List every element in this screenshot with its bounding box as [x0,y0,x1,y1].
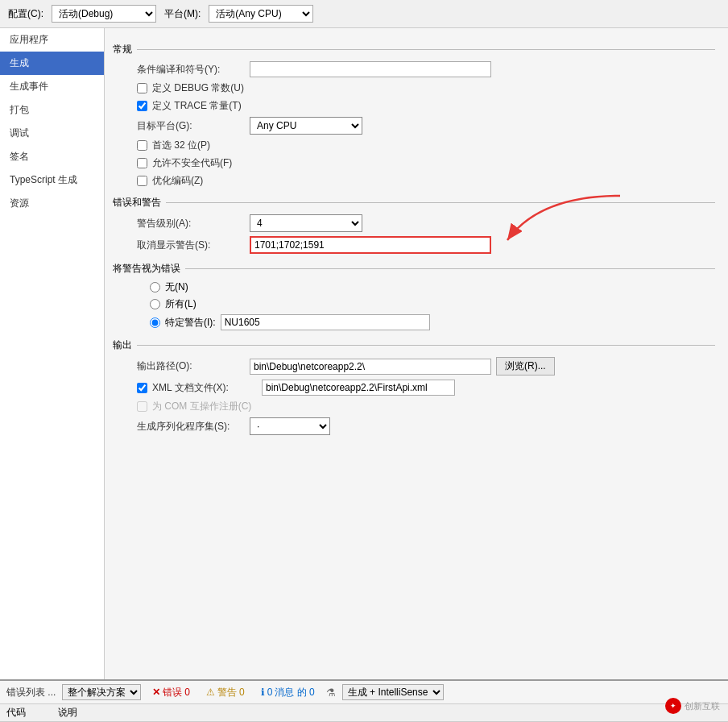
radio-specific[interactable] [150,317,160,328]
config-select[interactable]: 活动(Debug) [52,5,156,23]
sidebar-item-app[interactable]: 应用程序 [0,28,104,52]
optimize-row: 优化编码(Z) [113,174,715,188]
warning-badge: ⚠ 警告 0 [201,685,250,700]
warning-badge-icon: ⚠ [206,687,215,698]
error-badge: ✕ 错误 0 [147,685,195,700]
error-label: 错误 [163,686,182,699]
suppress-warnings-row: 取消显示警告(S): [113,236,715,254]
suppress-warnings-label: 取消显示警告(S): [137,239,250,252]
error-list-bar: 错误列表 ... 整个解决方案 ✕ 错误 0 ⚠ 警告 0 ℹ 0 消息 的 0… [0,681,728,704]
output-path-row: 输出路径(O): 浏览(R)... [113,357,715,376]
error-count: 0 [184,687,190,698]
sidebar-item-signing[interactable]: 签名 [0,145,104,168]
col-code: 代码 [6,706,26,720]
errors-warnings-section-heading: 错误和警告 [113,196,715,210]
target-platform-label: 目标平台(G): [137,119,250,133]
general-section-heading: 常规 [113,43,715,56]
target-platform-select[interactable]: Any CPU [250,117,362,135]
app-container: 配置(C): 活动(Debug) 平台(M): 活动(Any CPU) 应用程序… [0,0,728,722]
info-count: 0 [267,687,273,698]
platform-select[interactable]: 活动(Any CPU) [209,5,313,23]
conditional-compile-label: 条件编译和符号(Y): [137,63,250,77]
warning-level-label: 警告级别(A): [137,217,250,230]
specific-warning-input[interactable] [221,314,430,330]
sidebar-item-debug[interactable]: 调试 [0,122,104,145]
radio-specific-label: 特定警告(I): [165,316,216,330]
prefer32bit-checkbox[interactable] [137,140,147,151]
sidebar-item-build-events[interactable]: 生成事件 [0,75,104,98]
radio-none-label: 无(N) [165,280,188,294]
xml-doc-checkbox[interactable] [137,383,147,393]
com-interop-checkbox[interactable] [137,401,147,412]
warning-label: 警告 [217,686,237,699]
radio-none[interactable] [150,282,160,293]
treat-warnings-section-heading: 将警告视为错误 [113,262,715,276]
xml-doc-input[interactable] [262,380,455,396]
radio-all-row: 所有(L) [113,297,715,311]
xml-doc-label: XML 文档文件(X): [152,381,257,395]
radio-specific-row: 特定警告(I): [113,314,715,330]
xml-doc-row: XML 文档文件(X): [113,380,715,396]
conditional-compile-row: 条件编译和符号(Y): [113,61,715,77]
error-list-title: 错误列表 ... [6,686,56,699]
radio-none-row: 无(N) [113,280,715,294]
com-interop-row: 为 COM 互操作注册(C) [113,400,715,413]
watermark-logo-icon: ✦ [670,702,676,710]
output-path-label: 输出路径(O): [137,359,250,373]
bottom-area: 错误列表 ... 整个解决方案 ✕ 错误 0 ⚠ 警告 0 ℹ 0 消息 的 0… [0,679,728,722]
radio-all-label: 所有(L) [165,297,196,311]
define-trace-checkbox[interactable] [137,101,147,111]
browse-button[interactable]: 浏览(R)... [496,357,555,376]
column-headers: 代码 说明 [0,704,728,722]
suppress-warnings-input[interactable] [250,236,491,254]
col-description: 说明 [58,706,77,720]
define-trace-row: 定义 TRACE 常量(T) [113,99,715,113]
com-interop-label: 为 COM 互操作注册(C) [152,400,251,413]
content-panel: 常规 条件编译和符号(Y): 定义 DEBUG 常数(U) 定义 TRACE 常… [105,28,728,679]
prefer32bit-label: 首选 32 位(P) [152,139,210,152]
watermark-logo: ✦ [665,698,681,714]
top-bar: 配置(C): 活动(Debug) 平台(M): 活动(Any CPU) [0,0,728,28]
unsafe-code-label: 允许不安全代码(F) [152,156,232,170]
config-label: 配置(C): [8,7,43,21]
suppress-field-wrapper [250,236,491,254]
output-path-input[interactable] [250,359,491,375]
watermark: ✦ 创新互联 [665,698,720,714]
warning-count: 0 [239,687,245,698]
info-label: 消息 的 0 [275,686,314,699]
scope-select[interactable]: 整个解决方案 [62,684,141,700]
sidebar-item-typescript[interactable]: TypeScript 生成 [0,168,104,192]
conditional-compile-input[interactable] [250,61,491,77]
warning-level-row: 警告级别(A): 4 [113,214,715,232]
serialization-row: 生成序列化程序集(S): · [113,417,715,435]
optimize-checkbox[interactable] [137,176,147,186]
unsafe-code-checkbox[interactable] [137,158,147,168]
error-badge-icon: ✕ [152,687,160,698]
sidebar-item-resources[interactable]: 资源 [0,192,104,215]
radio-all[interactable] [150,299,160,309]
output-section-heading: 输出 [113,338,715,352]
info-badge: ℹ 0 消息 的 0 [256,685,320,700]
optimize-label: 优化编码(Z) [152,174,203,188]
watermark-text: 创新互联 [685,700,720,712]
prefer32bit-row: 首选 32 位(P) [113,139,715,152]
target-platform-row: 目标平台(G): Any CPU [113,117,715,135]
info-badge-icon: ℹ [261,687,265,698]
define-debug-checkbox[interactable] [137,83,147,93]
warning-level-select[interactable]: 4 [250,214,362,232]
platform-label: 平台(M): [164,7,201,21]
sidebar-item-build[interactable]: 生成 [0,52,104,75]
main-area: 应用程序 生成 生成事件 打包 调试 签名 TypeScript 生成 资源 常… [0,28,728,679]
serialization-label: 生成序列化程序集(S): [137,420,250,434]
define-trace-label: 定义 TRACE 常量(T) [152,99,242,113]
define-debug-row: 定义 DEBUG 常数(U) [113,81,715,95]
define-debug-label: 定义 DEBUG 常数(U) [152,81,244,95]
unsafe-code-row: 允许不安全代码(F) [113,156,715,170]
sidebar-item-package[interactable]: 打包 [0,98,104,122]
filter-icon: ⚗ [326,687,336,699]
serialization-select[interactable]: · [250,417,330,435]
sidebar: 应用程序 生成 生成事件 打包 调试 签名 TypeScript 生成 资源 [0,28,105,679]
build-select[interactable]: 生成 + IntelliSense [342,684,444,700]
